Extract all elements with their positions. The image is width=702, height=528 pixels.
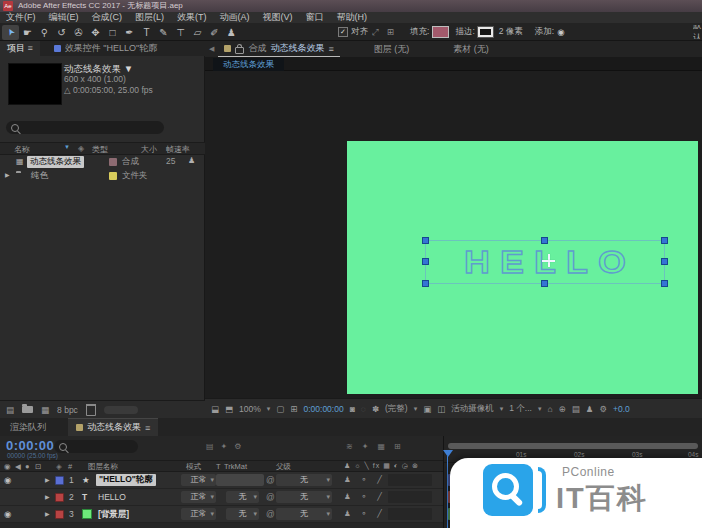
column-layer-name[interactable]: 图层名称	[88, 462, 118, 472]
grid-guides-icon[interactable]: ⊞	[290, 404, 297, 414]
twirl-icon[interactable]: ▶	[45, 493, 50, 500]
interpret-footage-icon[interactable]: ▤	[6, 405, 14, 415]
breadcrumb[interactable]: 动态线条效果	[213, 58, 284, 71]
bpc-label[interactable]: 8 bpc	[57, 405, 78, 415]
blend-mode-select[interactable]: 正常▾	[181, 508, 216, 520]
selection-handle[interactable]	[661, 280, 668, 287]
show-snapshot-icon[interactable]: ◌	[361, 404, 366, 414]
layer-switches[interactable]: ♟ ⚬ ╱	[344, 509, 386, 518]
twirl-icon[interactable]: ▶	[5, 171, 10, 178]
selection-handle[interactable]	[422, 280, 429, 287]
lock-icon[interactable]	[235, 47, 244, 54]
anchor-point[interactable]	[542, 254, 555, 267]
column-framerate[interactable]: 帧速率	[166, 144, 190, 155]
tab-composition[interactable]: 合成 动态线条效果 ≡	[218, 41, 339, 57]
parent-select[interactable]: 无▾	[276, 474, 332, 486]
selection-handle[interactable]	[422, 237, 429, 244]
add-target-icon[interactable]: ◉	[557, 27, 564, 37]
tab-layer[interactable]: 图层 (无)	[374, 43, 410, 56]
label-color-swatch[interactable]	[55, 493, 64, 502]
work-area-bar[interactable]	[448, 443, 698, 449]
mask-visibility-icon[interactable]: ▣	[423, 404, 431, 414]
timeline-settings-icon[interactable]: ⚙	[234, 442, 241, 451]
layer-name[interactable]: HELLO	[98, 492, 126, 502]
parent-select[interactable]: 无▾	[276, 491, 332, 503]
view-count-select[interactable]: 1 个...	[509, 403, 532, 415]
pen-tool[interactable]: ✒	[121, 25, 138, 40]
eye-icon[interactable]: ◉	[4, 475, 11, 485]
column-mode[interactable]: 模式	[186, 462, 201, 472]
label-color-swatch[interactable]	[55, 510, 64, 519]
panel-menu-icon[interactable]: ≡	[28, 43, 33, 53]
pixel-aspect-icon[interactable]: ⌂	[547, 404, 552, 414]
new-comp-icon[interactable]: ▦	[41, 405, 49, 415]
solo-column-icon[interactable]: ●	[25, 462, 30, 471]
audio-column-icon[interactable]: ◀	[15, 462, 21, 471]
viewer-canvas[interactable]: HELLO	[205, 71, 702, 398]
blend-mode-select[interactable]: 正常▾	[181, 491, 216, 503]
project-search-input[interactable]	[6, 121, 164, 134]
exposure-value[interactable]: +0.0	[613, 404, 630, 414]
tab-render-queue[interactable]: 渲染队列	[10, 421, 46, 434]
puppet-pin-tool[interactable]: ♟	[223, 25, 240, 40]
stroke-swatch[interactable]	[478, 27, 493, 37]
column-parent[interactable]: 父级	[276, 462, 291, 472]
label-swatch[interactable]	[109, 172, 117, 180]
selection-handle[interactable]	[661, 258, 668, 265]
frame-blend-icon[interactable]: ≋	[346, 442, 353, 451]
column-type[interactable]: 类型	[92, 144, 108, 155]
column-number[interactable]: #	[68, 462, 72, 471]
column-size[interactable]: 大小	[141, 144, 157, 155]
chevron-down-icon[interactable]: ▾	[500, 405, 504, 413]
selection-handle[interactable]	[541, 280, 548, 287]
brush-tool[interactable]: ✎	[155, 25, 172, 40]
roto-brush-tool[interactable]: ✐	[206, 25, 223, 40]
pickwhip-icon[interactable]: @	[266, 492, 275, 502]
resolution-select[interactable]: (完整)	[385, 403, 408, 415]
panel-menu-icon[interactable]: ≡	[145, 423, 150, 433]
column-trkmat[interactable]: TrkMat	[224, 462, 247, 471]
selection-tool[interactable]: ➤	[2, 25, 19, 40]
trkmat-select[interactable]: 无▾	[226, 508, 259, 520]
draft3d-icon[interactable]: ✦	[221, 442, 228, 451]
zoom-level[interactable]: 100%	[239, 404, 261, 414]
comp-info-name[interactable]: 动态线条效果 ▼	[64, 63, 153, 74]
tag-icon[interactable]: ◈	[78, 144, 84, 153]
tab-effect-controls[interactable]: 效果控件 "HELLO"轮廓	[54, 42, 157, 55]
exposure-gear-icon[interactable]: ⚙	[599, 404, 607, 414]
column-t[interactable]: T	[216, 462, 221, 471]
eraser-tool[interactable]: ▱	[189, 25, 206, 40]
snapshot-icon[interactable]: ◙	[350, 404, 355, 414]
chevron-down-icon[interactable]: ▾	[538, 405, 542, 413]
clone-stamp-tool[interactable]: ⊤	[172, 25, 189, 40]
timeline-search-input[interactable]	[54, 440, 138, 453]
pickwhip-icon[interactable]: @	[266, 475, 275, 485]
graph-editor-icon[interactable]: ▦	[377, 442, 385, 451]
flowchart-icon[interactable]: ♟	[586, 404, 594, 414]
tab-timeline-comp[interactable]: 动态线条效果 ≡	[68, 418, 158, 436]
hand-tool[interactable]: ☛	[19, 25, 36, 40]
layer-row-1[interactable]: ◉ ▶ 1 ★ "HELLO"轮廓 正常▾ @ 无▾ ♟ ⚬ ╱	[0, 472, 443, 489]
tab-project[interactable]: 项目 ≡	[0, 41, 40, 56]
new-folder-icon[interactable]	[22, 406, 33, 413]
monitor2-icon[interactable]: ⬒	[225, 404, 233, 414]
timeline-icon[interactable]: ▤	[572, 404, 580, 414]
chart-icon[interactable]: ⊞	[394, 442, 401, 451]
trash-icon[interactable]	[86, 404, 96, 416]
blend-mode-select[interactable]: 正常▾	[181, 474, 216, 486]
selection-handle[interactable]	[541, 237, 548, 244]
roi-icon[interactable]: ▢	[276, 404, 284, 414]
stroke-width[interactable]: 2 像素	[499, 26, 523, 38]
playhead-marker[interactable]	[443, 450, 453, 457]
workspace-label[interactable]: 默认	[693, 25, 702, 39]
expand-icon[interactable]: ⤢	[372, 27, 379, 38]
motion-blur-icon[interactable]: ✦	[362, 442, 369, 451]
chevron-down-icon[interactable]: ▾	[414, 405, 418, 413]
comp-thumbnail[interactable]	[8, 63, 62, 105]
tag-icon[interactable]: ◈	[56, 462, 62, 471]
trkmat-select[interactable]: 无▾	[226, 491, 259, 503]
comp-mini-flowchart-icon[interactable]: ▤	[206, 442, 214, 451]
layer-switches[interactable]: ♟ ⚬ ╱	[344, 492, 386, 501]
text-layer-selection[interactable]: HELLO	[425, 240, 665, 284]
comp-background[interactable]: HELLO	[347, 141, 698, 394]
